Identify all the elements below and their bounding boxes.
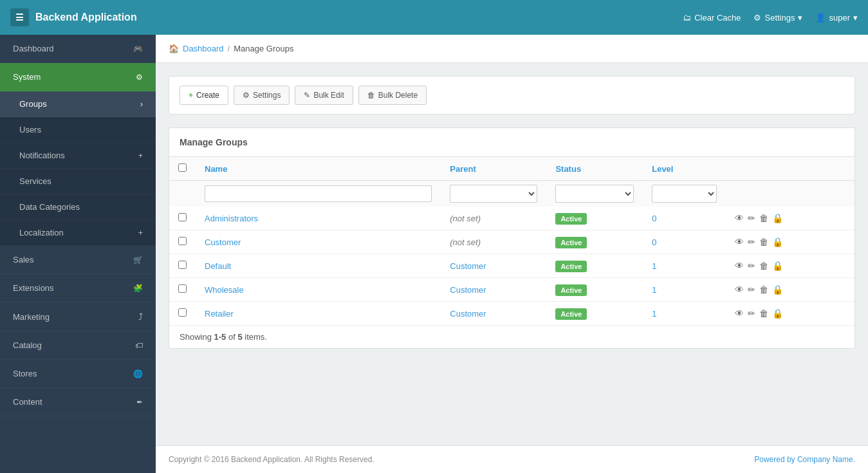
edit-icon[interactable]: ✏ <box>748 261 755 271</box>
col-status: Status <box>546 157 643 181</box>
table-row: Default Customer Active 1 👁 ✏ 🗑 🔒 <box>169 254 854 278</box>
sidebar: Dashboard 🎮 System ⚙ Groups › Users Noti… <box>0 35 156 473</box>
col-actions <box>726 157 854 181</box>
pencil-icon: ✎ <box>304 91 310 100</box>
lock-icon[interactable]: 🔒 <box>772 261 783 271</box>
lock-icon[interactable]: 🔒 <box>772 308 783 319</box>
lock-icon[interactable]: 🔒 <box>772 284 783 295</box>
row-name-link-1[interactable]: Customer <box>205 237 241 247</box>
row-level-1: 0 <box>652 237 656 247</box>
plus-icon: + <box>189 91 193 100</box>
col-parent: Parent <box>441 157 546 181</box>
breadcrumb-home-link[interactable]: Dashboard <box>183 44 224 53</box>
edit-icon[interactable]: ✏ <box>748 213 755 223</box>
groups-table: Name Parent Status Level <box>169 157 854 325</box>
sidebar-item-services[interactable]: Services <box>0 169 156 194</box>
row-parent-4[interactable]: Customer <box>450 309 486 319</box>
sidebar-item-localization[interactable]: Localization + <box>0 220 156 246</box>
view-icon[interactable]: 👁 <box>735 261 744 271</box>
sidebar-item-marketing[interactable]: Marketing ⤴ <box>0 302 156 331</box>
delete-icon[interactable]: 🗑 <box>759 213 768 223</box>
table-row: Wholesale Customer Active 1 👁 ✏ 🗑 🔒 <box>169 278 854 302</box>
row-checkbox-4[interactable] <box>178 308 187 317</box>
row-level-0: 0 <box>652 214 656 223</box>
filter-parent-select[interactable] <box>450 185 537 203</box>
row-checkbox-2[interactable] <box>178 261 187 269</box>
row-parent-3[interactable]: Customer <box>450 285 486 295</box>
row-actions-3: 👁 ✏ 🗑 🔒 <box>735 284 845 295</box>
filter-name-input[interactable] <box>205 185 432 202</box>
sidebar-item-dashboard[interactable]: Dashboard 🎮 <box>0 35 156 63</box>
app-title: Backend Application <box>35 12 137 23</box>
row-parent-0: (not set) <box>450 214 481 223</box>
row-status-badge-2: Active <box>555 261 587 272</box>
settings-toolbar-button[interactable]: ⚙ Settings <box>234 86 290 105</box>
delete-icon[interactable]: 🗑 <box>759 237 768 247</box>
page-content: + Create ⚙ Settings ✎ Bulk Edit 🗑 Bulk D… <box>156 63 868 445</box>
row-level-4: 1 <box>652 309 656 319</box>
row-parent-2[interactable]: Customer <box>450 261 486 271</box>
catalog-tag-icon: 🏷 <box>135 341 143 350</box>
bulk-delete-button[interactable]: 🗑 Bulk Delete <box>358 86 427 105</box>
row-actions-2: 👁 ✏ 🗑 🔒 <box>735 261 845 271</box>
extensions-puzzle-icon: 🧩 <box>133 284 143 293</box>
sidebar-item-system[interactable]: System ⚙ <box>0 63 156 91</box>
sidebar-item-extensions[interactable]: Extensions 🧩 <box>0 274 156 302</box>
row-level-3: 1 <box>652 285 656 295</box>
edit-icon[interactable]: ✏ <box>748 308 755 319</box>
row-checkbox-3[interactable] <box>178 284 187 293</box>
view-icon[interactable]: 👁 <box>735 284 744 295</box>
row-checkbox-0[interactable] <box>178 213 187 221</box>
select-all-checkbox[interactable] <box>178 163 187 172</box>
user-chevron-icon: ▾ <box>853 13 858 23</box>
row-name-link-0[interactable]: Administrators <box>205 214 258 223</box>
menu-toggle-button[interactable]: ☰ <box>10 8 29 26</box>
bulk-edit-button[interactable]: ✎ Bulk Edit <box>295 86 353 105</box>
filter-level-select[interactable] <box>652 185 716 203</box>
row-checkbox-1[interactable] <box>178 237 187 245</box>
groups-chevron-icon: › <box>140 100 143 109</box>
delete-icon[interactable]: 🗑 <box>759 284 768 295</box>
row-actions-4: 👁 ✏ 🗑 🔒 <box>735 308 845 319</box>
sidebar-item-stores[interactable]: Stores 🌐 <box>0 360 156 388</box>
view-icon[interactable]: 👁 <box>735 213 744 223</box>
system-gear-icon: ⚙ <box>136 73 143 82</box>
sales-cart-icon: 🛒 <box>133 255 143 264</box>
topbar: ☰ Backend Application 🗂 Clear Cache ⚙ Se… <box>0 0 868 35</box>
edit-icon[interactable]: ✏ <box>748 284 755 295</box>
content-pen-icon: ✒ <box>136 398 143 407</box>
main-content: 🏠 Dashboard / Manage Groups + Create ⚙ S… <box>156 35 868 473</box>
table-row: Administrators (not set) Active 0 👁 ✏ 🗑 … <box>169 207 854 230</box>
delete-icon[interactable]: 🗑 <box>759 308 768 319</box>
sidebar-item-catalog[interactable]: Catalog 🏷 <box>0 331 156 360</box>
settings-button[interactable]: ⚙ Settings ▾ <box>753 13 802 23</box>
row-name-link-2[interactable]: Default <box>205 261 231 271</box>
view-icon[interactable]: 👁 <box>735 308 744 319</box>
lock-icon[interactable]: 🔒 <box>772 237 783 247</box>
user-menu-button[interactable]: 👤 super ▾ <box>815 13 858 23</box>
layout: Dashboard 🎮 System ⚙ Groups › Users Noti… <box>0 35 868 473</box>
row-actions-0: 👁 ✏ 🗑 🔒 <box>735 213 845 223</box>
delete-icon[interactable]: 🗑 <box>759 261 768 271</box>
edit-icon[interactable]: ✏ <box>748 237 755 247</box>
home-icon: 🏠 <box>169 44 179 53</box>
marketing-share-icon: ⤴ <box>138 311 143 322</box>
row-name-link-3[interactable]: Wholesale <box>205 285 244 295</box>
filter-status-select[interactable] <box>555 185 634 203</box>
sidebar-item-notifications[interactable]: Notifications + <box>0 143 156 169</box>
sidebar-item-data-categories[interactable]: Data Categories <box>0 194 156 220</box>
sidebar-item-users[interactable]: Users <box>0 117 156 143</box>
sidebar-item-content[interactable]: Content ✒ <box>0 388 156 416</box>
lock-icon[interactable]: 🔒 <box>772 213 783 223</box>
clear-cache-button[interactable]: 🗂 Clear Cache <box>683 13 741 23</box>
row-status-badge-4: Active <box>555 308 587 320</box>
sidebar-item-sales[interactable]: Sales 🛒 <box>0 246 156 274</box>
dashboard-icon: 🎮 <box>133 44 143 53</box>
sidebar-item-groups[interactable]: Groups › <box>0 91 156 117</box>
settings-icon: ⚙ <box>753 13 761 23</box>
groups-table-card: Manage Groups Name Parent Status Level <box>169 127 855 349</box>
create-button[interactable]: + Create <box>180 86 228 105</box>
view-icon[interactable]: 👁 <box>735 237 744 247</box>
row-name-link-4[interactable]: Retailer <box>205 309 234 319</box>
copyright-text: Copyright © 2016 Backend Application. Al… <box>169 455 374 464</box>
